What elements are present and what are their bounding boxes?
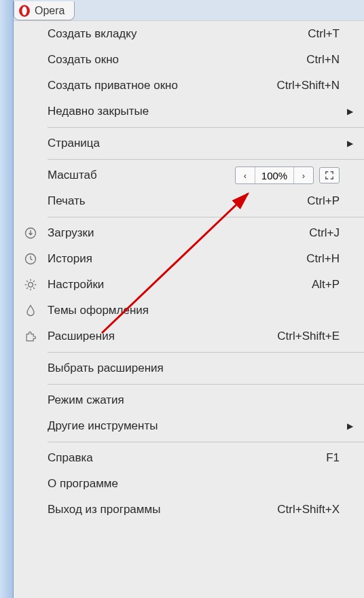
menu-separator <box>48 127 364 128</box>
menu-shortcut: Alt+P <box>258 278 340 292</box>
menu-item-new-tab[interactable]: Создать вкладку Ctrl+T <box>14 21 364 47</box>
menu-label: Режим сжатия <box>48 393 258 407</box>
menu-label: История <box>48 252 258 266</box>
menu-item-themes[interactable]: Темы оформления <box>14 298 364 323</box>
puzzle-icon <box>14 330 48 343</box>
menu-label: Масштаб <box>48 169 235 182</box>
chevron-left-icon: ‹ <box>244 171 247 181</box>
menu-item-about[interactable]: О программе <box>14 471 364 497</box>
menu-separator <box>48 352 364 353</box>
menu-item-history[interactable]: История Ctrl+H <box>14 246 364 272</box>
menu-shortcut: Ctrl+H <box>258 252 340 266</box>
menu-shortcut: Ctrl+Shift+E <box>258 330 340 343</box>
menu-item-new-window[interactable]: Создать окно Ctrl+N <box>14 47 364 73</box>
download-icon <box>14 226 48 240</box>
menu-label: Создать приватное окно <box>48 79 258 92</box>
svg-point-4 <box>29 283 33 287</box>
menu-separator <box>48 159 364 160</box>
menu-label: Другие инструменты <box>48 419 258 433</box>
menu-item-compression[interactable]: Режим сжатия <box>14 387 364 413</box>
menu-label: Создать вкладку <box>48 27 258 41</box>
menu-shortcut: F1 <box>258 451 340 465</box>
menu-label: Загрузки <box>48 226 258 240</box>
menu-item-page[interactable]: Страница ▶ <box>14 130 364 156</box>
menu-item-settings[interactable]: Настройки Alt+P <box>14 272 364 298</box>
zoom-value: 100% <box>255 167 294 183</box>
menu-item-more-tools[interactable]: Другие инструменты ▶ <box>14 413 364 439</box>
menu-item-print[interactable]: Печать Ctrl+P <box>14 188 364 214</box>
menu-label: Создать окно <box>48 53 258 67</box>
gear-icon <box>14 278 48 292</box>
opera-menu-label: Opera <box>35 5 65 17</box>
menu-label: Страница <box>48 137 258 150</box>
svg-line-11 <box>26 287 28 289</box>
clock-icon <box>14 252 48 266</box>
fullscreen-icon <box>325 171 334 180</box>
menu-item-new-private[interactable]: Создать приватное окно Ctrl+Shift+N <box>14 73 364 99</box>
menu-label: О программе <box>48 477 258 491</box>
zoom-controls: ‹ 100% › <box>235 166 340 184</box>
menu-label: Выбрать расширения <box>48 362 258 375</box>
menu-label: Настройки <box>48 278 258 292</box>
menu-shortcut: Ctrl+Shift+X <box>258 503 340 516</box>
zoom-in-button[interactable]: › <box>294 167 313 183</box>
menu-shortcut: Ctrl+P <box>258 194 340 208</box>
menu-label: Недавно закрытые <box>48 105 258 118</box>
zoom-out-button[interactable]: ‹ <box>236 167 255 183</box>
menu-shortcut: Ctrl+N <box>258 53 340 67</box>
svg-line-9 <box>26 281 28 282</box>
menu-item-downloads[interactable]: Загрузки Ctrl+J <box>14 220 364 246</box>
menu-item-zoom: Масштаб ‹ 100% › <box>14 162 364 188</box>
menu-label: Печать <box>48 194 258 208</box>
menu-label: Темы оформления <box>48 304 258 317</box>
menu-label: Справка <box>48 451 258 465</box>
opera-logo-icon <box>18 5 31 17</box>
menu-item-exit[interactable]: Выход из программы Ctrl+Shift+X <box>14 497 364 523</box>
chevron-right-icon: ▶ <box>340 107 353 116</box>
menu-shortcut: Ctrl+T <box>258 27 340 41</box>
menu-item-help[interactable]: Справка F1 <box>14 445 364 471</box>
svg-point-1 <box>22 6 26 15</box>
zoom-fit-button[interactable] <box>319 167 340 183</box>
window-frame-edge <box>0 0 14 598</box>
menu-item-recent[interactable]: Недавно закрытые ▶ <box>14 99 364 124</box>
drop-icon <box>14 304 48 317</box>
menu-label: Расширения <box>48 330 258 343</box>
menu-item-get-extensions[interactable]: Выбрать расширения <box>14 355 364 381</box>
menu-separator <box>48 384 364 385</box>
menu-separator <box>48 442 364 442</box>
chevron-right-icon: ▶ <box>340 139 353 148</box>
menu-shortcut: Ctrl+Shift+N <box>258 79 340 92</box>
opera-menu-button[interactable]: Opera <box>14 1 75 20</box>
svg-line-10 <box>33 287 35 289</box>
chevron-right-icon: ▶ <box>340 421 353 431</box>
menu-label: Выход из программы <box>48 503 258 516</box>
menu-separator <box>48 217 364 217</box>
chevron-right-icon: › <box>302 171 305 181</box>
menu-shortcut: Ctrl+J <box>258 226 340 240</box>
svg-line-12 <box>33 281 35 282</box>
main-menu: Создать вкладку Ctrl+T Создать окно Ctrl… <box>14 20 364 598</box>
menu-item-extensions[interactable]: Расширения Ctrl+Shift+E <box>14 323 364 349</box>
